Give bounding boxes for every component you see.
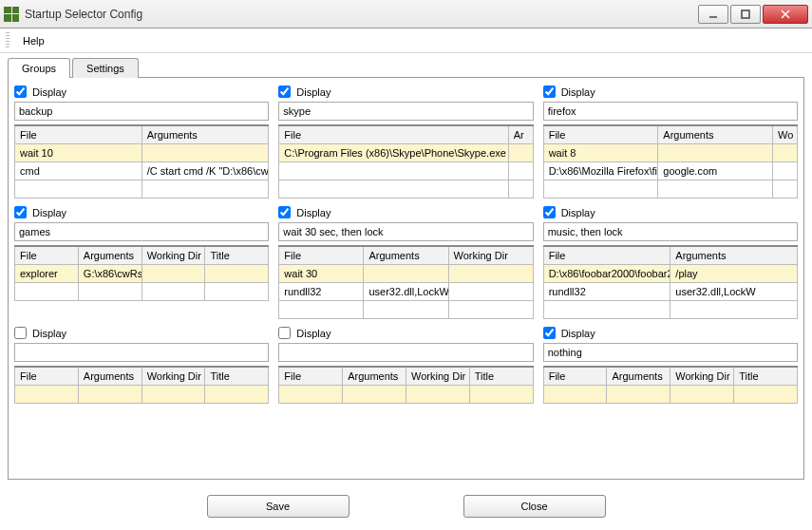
col-header-workingDir[interactable]: Working Dir (406, 367, 469, 386)
display-checkbox[interactable] (278, 327, 291, 339)
table-row[interactable]: D:\x86\foobar2000\foobar2000.exe/play (543, 265, 797, 283)
cell[interactable]: C:\Program Files (x86)\Skype\Phone\Skype… (279, 144, 508, 162)
maximize-button[interactable] (730, 5, 761, 24)
tab-groups[interactable]: Groups (8, 58, 70, 78)
cell[interactable] (658, 144, 773, 162)
close-window-button[interactable] (763, 5, 808, 24)
table-row[interactable] (279, 162, 533, 180)
table-row[interactable]: wait 10 (15, 144, 269, 162)
table-row[interactable]: cmd/C start cmd /K "D:\x86\cwRsync\_back… (15, 162, 269, 180)
group-table[interactable]: FileArgumentsWowait 8D:\x86\Mozilla Fire… (543, 124, 798, 199)
cell[interactable] (773, 162, 798, 180)
cell[interactable] (773, 180, 798, 199)
table-row[interactable] (15, 180, 269, 199)
table-row[interactable] (15, 386, 269, 404)
cell[interactable] (364, 301, 448, 319)
col-header-workingDir[interactable]: Working Dir (670, 367, 734, 386)
col-header-arguments_short[interactable]: Ar (508, 125, 533, 144)
col-header-title[interactable]: Title (469, 367, 533, 386)
cell[interactable] (15, 180, 142, 199)
display-checkbox[interactable] (14, 327, 27, 339)
cell[interactable]: D:\x86\Mozilla Firefox\firefox.exe (543, 162, 658, 180)
minimize-button[interactable] (698, 5, 728, 24)
cell[interactable] (205, 386, 269, 404)
cell[interactable] (78, 386, 142, 404)
display-checkbox[interactable] (543, 327, 556, 339)
group-name-input[interactable] (543, 102, 798, 121)
tab-settings[interactable]: Settings (72, 58, 139, 78)
display-checkbox[interactable] (278, 85, 291, 98)
col-header-file[interactable]: File (543, 367, 607, 386)
col-header-arguments[interactable]: Arguments (343, 367, 406, 386)
cell[interactable] (658, 180, 773, 199)
group-table[interactable]: FileArC:\Program Files (x86)\Skype\Phone… (278, 124, 533, 199)
table-row[interactable]: wait 30 (279, 265, 533, 283)
table-row[interactable] (543, 180, 797, 199)
col-header-arguments[interactable]: Arguments (142, 125, 269, 144)
table-row[interactable] (543, 386, 797, 404)
cell[interactable] (670, 301, 798, 319)
group-name-input[interactable] (543, 343, 798, 362)
group-table[interactable]: FileArgumentswait 10cmd/C start cmd /K "… (14, 124, 269, 199)
group-name-input[interactable] (278, 102, 533, 121)
cell[interactable] (406, 386, 469, 404)
col-header-wo[interactable]: Wo (773, 125, 798, 144)
col-header-workingDir[interactable]: Working Dir (142, 246, 205, 265)
cell[interactable] (508, 162, 533, 180)
cell[interactable] (448, 283, 533, 301)
group-name-input[interactable] (543, 222, 798, 241)
cell[interactable] (469, 386, 533, 404)
col-header-title[interactable]: Title (205, 367, 269, 386)
save-button[interactable]: Save (207, 495, 349, 518)
col-header-file[interactable]: File (279, 246, 364, 265)
close-button[interactable]: Close (463, 495, 606, 518)
table-row[interactable]: wait 8 (543, 144, 797, 162)
group-table[interactable]: FileArgumentsWorking DirTitle (14, 366, 269, 404)
cell[interactable] (607, 386, 670, 404)
group-table[interactable]: FileArgumentsWorking Dirwait 30rundll32u… (278, 245, 533, 319)
col-header-file[interactable]: File (279, 367, 343, 386)
cell[interactable] (142, 386, 205, 404)
cell[interactable]: user32.dll,LockW (670, 283, 798, 301)
col-header-file[interactable]: File (279, 125, 508, 144)
col-header-workingDir[interactable]: Working Dir (142, 367, 205, 386)
col-header-arguments[interactable]: Arguments (78, 367, 142, 386)
table-row[interactable]: C:\Program Files (x86)\Skype\Phone\Skype… (279, 144, 533, 162)
group-table[interactable]: FileArgumentsWorking DirTitle (278, 366, 533, 404)
group-table[interactable]: FileArgumentsWorking DirTitle (543, 366, 798, 404)
col-header-title[interactable]: Title (205, 246, 269, 265)
table-row[interactable] (279, 386, 533, 404)
cell[interactable] (205, 283, 269, 301)
cell[interactable] (773, 144, 798, 162)
cell[interactable] (279, 162, 508, 180)
col-header-file[interactable]: File (15, 125, 142, 144)
cell[interactable] (364, 265, 448, 283)
cell[interactable]: wait 10 (15, 144, 142, 162)
col-header-arguments[interactable]: Arguments (670, 246, 798, 265)
display-checkbox[interactable] (14, 206, 27, 218)
cell[interactable]: wait 8 (543, 144, 658, 162)
group-name-input[interactable] (14, 102, 269, 121)
cell[interactable]: explorer (15, 265, 79, 283)
table-row[interactable] (279, 180, 533, 199)
table-row[interactable]: rundll32user32.dll,LockWorkStation (279, 283, 533, 301)
cell[interactable] (343, 386, 406, 404)
cell[interactable]: /play (670, 265, 798, 283)
group-name-input[interactable] (14, 222, 269, 241)
cell[interactable] (279, 301, 364, 319)
cell[interactable]: user32.dll,LockWorkStation (364, 283, 448, 301)
cell[interactable] (15, 283, 79, 301)
col-header-file[interactable]: File (543, 125, 658, 144)
menu-help[interactable]: Help (15, 31, 52, 50)
cell[interactable] (508, 144, 533, 162)
cell[interactable] (142, 283, 205, 301)
group-table[interactable]: FileArgumentsD:\x86\foobar2000\foobar200… (543, 245, 798, 319)
group-table[interactable]: FileArgumentsWorking DirTitleexplorerG:\… (14, 245, 269, 301)
table-row[interactable]: D:\x86\Mozilla Firefox\firefox.exegoogle… (543, 162, 797, 180)
cell[interactable] (508, 180, 533, 199)
group-name-input[interactable] (278, 343, 533, 362)
col-header-arguments[interactable]: Arguments (658, 125, 773, 144)
col-header-arguments[interactable]: Arguments (78, 246, 142, 265)
table-row[interactable]: explorerG:\x86\cwRsync (15, 265, 269, 283)
cell[interactable] (142, 265, 205, 283)
